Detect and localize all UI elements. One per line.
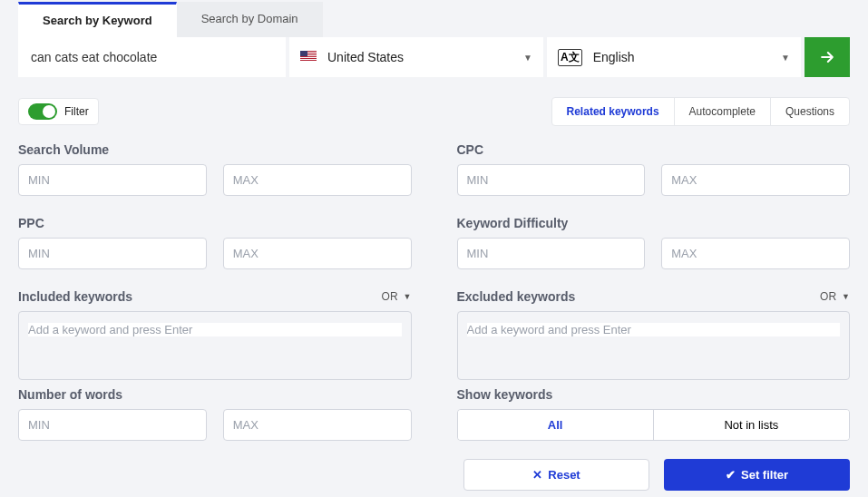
keyword-input-container [18,37,286,77]
kd-max-input[interactable] [661,238,850,269]
show-all-button[interactable]: All [458,410,653,440]
search-row: United States ▼ A文 English ▼ [18,37,850,77]
chevron-down-icon: ▼ [781,53,790,63]
set-filter-button[interactable]: ✔ Set filter [664,459,850,491]
search-volume-max-input[interactable] [223,164,412,196]
search-tabs: Search by Keyword Search by Domain [18,2,850,37]
cpc-min-input[interactable] [457,164,646,196]
country-label: United States [327,50,404,64]
cpc-max-input[interactable] [661,164,850,196]
excluded-keywords-input[interactable] [467,323,841,336]
section-cpc: CPC [457,142,851,209]
label-keyword-difficulty: Keyword Difficulty [457,216,851,230]
set-filter-button-label: Set filter [741,468,788,482]
section-number-of-words: Number of words [18,387,412,441]
close-icon: ✕ [532,468,542,482]
footer-actions: ✕ Reset ✔ Set filter [18,459,850,491]
tab-search-by-domain[interactable]: Search by Domain [177,2,323,37]
language-label: English [593,50,635,64]
filter-toggle-pill: Filter [18,98,99,125]
country-dropdown[interactable]: United States ▼ [289,37,543,77]
search-volume-min-input[interactable] [18,164,207,196]
filter-toggle[interactable] [28,103,57,120]
show-keywords-toggle: All Not in lists [457,409,851,441]
section-keyword-difficulty: Keyword Difficulty [457,216,851,282]
section-show-keywords: Show keywords All Not in lists [457,387,851,441]
chevron-down-icon: ▼ [404,292,412,301]
included-keywords-area[interactable] [18,311,412,380]
show-not-in-lists-button[interactable]: Not in lists [653,410,849,440]
label-cpc: CPC [457,142,851,157]
num-words-min-input[interactable] [18,409,207,441]
excluded-logic-dropdown[interactable]: OR ▼ [820,290,850,303]
section-excluded-keywords: Excluded keywords OR ▼ [457,289,851,380]
label-search-volume: Search Volume [18,142,412,157]
search-submit-button[interactable] [805,37,850,77]
check-icon: ✔ [726,468,736,482]
included-logic-value: OR [382,290,398,303]
tab-search-by-keyword[interactable]: Search by Keyword [18,2,177,37]
pill-autocomplete[interactable]: Autocomplete [674,98,770,125]
section-ppc: PPC [18,216,412,282]
arrow-right-icon [818,48,836,66]
filters-grid: Search Volume CPC PPC Keyword Difficulty [18,142,850,441]
pill-questions[interactable]: Questions [770,98,849,125]
language-icon: A文 [558,49,582,66]
included-keywords-input[interactable] [28,323,402,336]
section-included-keywords: Included keywords OR ▼ [18,289,412,380]
label-ppc: PPC [18,216,412,230]
filter-bar: Filter Related keywords Autocomplete Que… [18,97,850,126]
label-excluded-keywords: Excluded keywords [457,289,576,304]
kd-min-input[interactable] [457,238,646,269]
chevron-down-icon: ▼ [523,53,532,63]
label-included-keywords: Included keywords [18,289,132,304]
reset-button[interactable]: ✕ Reset [463,459,649,491]
pill-related-keywords[interactable]: Related keywords [552,98,674,125]
ppc-min-input[interactable] [18,238,207,269]
included-logic-dropdown[interactable]: OR ▼ [382,290,412,303]
filter-toggle-label: Filter [64,105,89,118]
keyword-mode-pills: Related keywords Autocomplete Questions [551,97,850,126]
language-dropdown[interactable]: A文 English ▼ [547,37,801,77]
section-search-volume: Search Volume [18,142,412,209]
us-flag-icon [300,50,317,64]
reset-button-label: Reset [548,468,580,482]
label-show-keywords: Show keywords [457,387,851,402]
keyword-input[interactable] [18,37,286,77]
ppc-max-input[interactable] [223,238,412,269]
chevron-down-icon: ▼ [842,292,850,301]
label-number-of-words: Number of words [18,387,412,402]
excluded-keywords-area[interactable] [457,311,851,380]
num-words-max-input[interactable] [223,409,412,441]
excluded-logic-value: OR [820,290,836,303]
